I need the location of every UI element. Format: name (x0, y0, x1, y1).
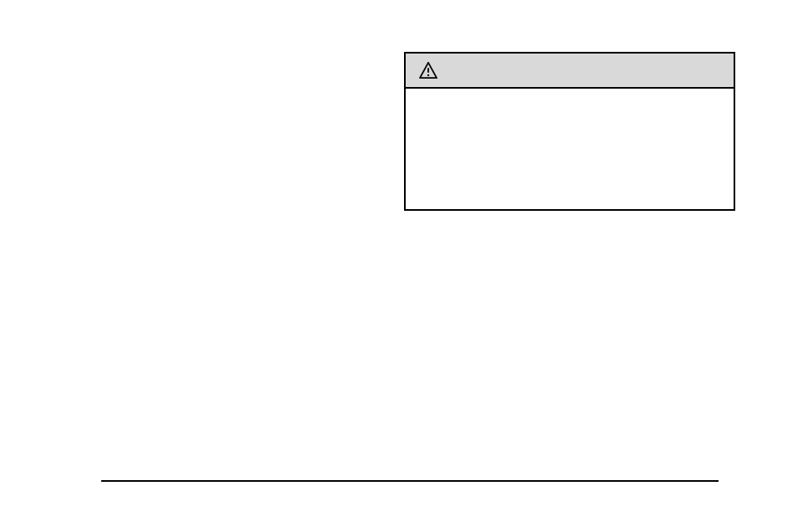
caution-box (404, 52, 735, 211)
svg-point-1 (427, 74, 429, 76)
caution-header (406, 54, 734, 89)
footer-divider (101, 480, 719, 482)
caution-body (406, 89, 734, 209)
warning-icon (419, 62, 437, 79)
